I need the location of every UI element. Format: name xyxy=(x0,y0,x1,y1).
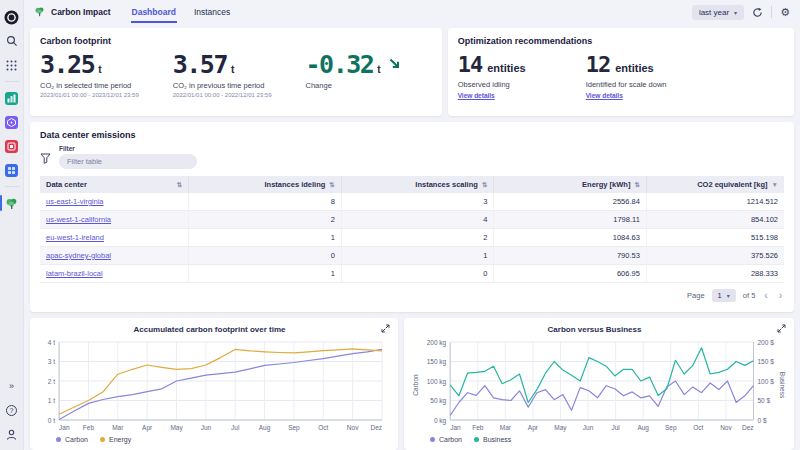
svg-text:100 kg: 100 kg xyxy=(427,378,447,386)
user-icon[interactable] xyxy=(3,425,21,443)
chart-canvas: 0 t1 t2 t3 t4 tJanFebMarAprMayJunJulAugS… xyxy=(38,337,390,432)
svg-text:Jan: Jan xyxy=(450,424,461,431)
legend-label: Energy xyxy=(109,436,131,443)
legend-item-carbon[interactable]: Carbon xyxy=(430,436,462,443)
legend-dot-icon xyxy=(56,437,61,442)
column-header-instances-ideling[interactable]: Instances ideling⇅ xyxy=(189,176,342,193)
svg-text:200 kg: 200 kg xyxy=(427,339,447,347)
datacenter-link[interactable]: apac-sydney-global xyxy=(46,251,111,260)
view-details-link[interactable]: View details xyxy=(586,92,623,99)
cell-co2: 375.526 xyxy=(646,247,784,265)
page-label: Page xyxy=(687,291,705,300)
chart-legend: CarbonBusiness xyxy=(412,432,786,446)
svg-text:150 kg: 150 kg xyxy=(427,358,447,366)
services-app-icon[interactable] xyxy=(3,161,21,179)
metric-previous-period: 3.57 t CO₂ in previous time period 2022/… xyxy=(173,52,272,98)
alerts-app-icon[interactable] xyxy=(3,137,21,155)
expand-sidebar-icon[interactable]: » xyxy=(3,377,21,395)
column-header-co2-equivalent[interactable]: CO2 equivalent [kg]▼ xyxy=(646,176,784,193)
cell-scaling: 1 xyxy=(341,247,494,265)
svg-text:Feb: Feb xyxy=(83,424,95,431)
metric-change: -0.32 t Change xyxy=(306,52,401,98)
view-details-link[interactable]: View details xyxy=(458,92,495,99)
header-divider xyxy=(771,6,772,18)
filter-label: Filter xyxy=(59,145,197,152)
opt-caption: Identified for scale down xyxy=(586,80,667,89)
product-logo-icon[interactable] xyxy=(3,8,21,26)
svg-text:Feb: Feb xyxy=(472,424,484,431)
dashboards-app-icon[interactable] xyxy=(3,89,21,107)
column-header-instances-scaling[interactable]: Instances scaling⇅ xyxy=(341,176,494,193)
column-header-energy[interactable]: Energy [kWh]⇅ xyxy=(494,176,647,193)
refresh-icon[interactable] xyxy=(752,7,763,18)
apps-grid-icon[interactable] xyxy=(3,56,21,74)
tab-dashboard[interactable]: Dashboard xyxy=(131,2,177,23)
datacenter-link[interactable]: us-west-1-california xyxy=(46,215,111,224)
card-heading: Optimization recommendations xyxy=(458,36,784,46)
tab-instances[interactable]: Instances xyxy=(193,2,231,23)
cell-scaling: 4 xyxy=(341,211,494,229)
cell-energy: 1798.11 xyxy=(494,211,647,229)
metric-unit: t xyxy=(231,64,234,75)
gear-icon[interactable]: ⚙ xyxy=(780,6,790,19)
expand-chart-icon[interactable] xyxy=(381,324,390,335)
metric-caption: Change xyxy=(306,81,401,90)
cell-idling: 0 xyxy=(189,247,342,265)
column-header-data-center[interactable]: Data center⇅ xyxy=(40,176,189,193)
pagination: Page 1 ▾ of 5 ‹ › xyxy=(40,289,784,302)
svg-text:50 $: 50 $ xyxy=(758,397,771,404)
opt-caption: Observed idling xyxy=(458,80,526,89)
svg-text:4 t: 4 t xyxy=(48,339,55,346)
svg-text:Jul: Jul xyxy=(231,424,240,431)
tab-bar: Dashboard Instances xyxy=(131,0,232,24)
datacenter-link[interactable]: us-east-1-virginia xyxy=(46,197,104,206)
svg-text:Oct: Oct xyxy=(318,424,328,431)
legend-dot-icon xyxy=(100,437,105,442)
cell-idling: 1 xyxy=(189,265,342,283)
metric-caption: CO₂ in selected time period xyxy=(40,81,139,90)
time-range-picker[interactable]: last year ▾ xyxy=(692,5,744,20)
card-heading: Carbon footprint xyxy=(40,36,432,46)
cell-idling: 2 xyxy=(189,211,342,229)
carbon-impact-icon xyxy=(34,6,45,19)
next-page-button[interactable]: › xyxy=(777,290,784,301)
chart-title: Accumulated carbon footprint over time xyxy=(38,325,381,334)
cell-energy: 2556.84 xyxy=(494,193,647,211)
svg-text:Dez: Dez xyxy=(370,424,382,431)
page-number: 1 xyxy=(718,291,722,300)
svg-text:Jun: Jun xyxy=(201,424,212,431)
help-icon[interactable]: ? xyxy=(3,401,21,419)
opt-item-idling: 14 entities Observed idling View details xyxy=(458,54,526,100)
svg-text:0 kg: 0 kg xyxy=(434,417,447,425)
cell-idling: 1 xyxy=(189,229,342,247)
emissions-table: Data center⇅ Instances ideling⇅ Instance… xyxy=(40,176,784,283)
app-title: Carbon Impact xyxy=(51,7,111,17)
chevron-down-icon: ▾ xyxy=(734,9,737,16)
svg-text:50 kg: 50 kg xyxy=(430,397,446,405)
legend-label: Carbon xyxy=(65,436,88,443)
chart-title: Carbon versus Business xyxy=(412,325,777,334)
datacenter-link[interactable]: latam-brazil-local xyxy=(46,269,103,278)
page-select[interactable]: 1 ▾ xyxy=(712,289,736,302)
cell-idling: 8 xyxy=(189,193,342,211)
legend-item-energy[interactable]: Energy xyxy=(100,436,131,443)
datacenter-link[interactable]: eu-west-1-ireland xyxy=(46,233,104,242)
data-center-emissions-card: Data center emissions Filter Data center… xyxy=(30,122,794,312)
kubernetes-app-icon[interactable] xyxy=(3,113,21,131)
left-axis-label: Carbon xyxy=(412,374,419,395)
prev-page-button[interactable]: ‹ xyxy=(762,290,769,301)
metric-time-range: 2022/01/01 00:00 - 2022/12/01 23:59 xyxy=(173,92,272,98)
search-icon[interactable] xyxy=(3,32,21,50)
carbon-impact-app-icon[interactable] xyxy=(3,194,21,212)
legend-dot-icon xyxy=(474,437,479,442)
table-row: latam-brazil-local 1 0 606.95 288.333 xyxy=(40,265,784,283)
svg-text:Jul: Jul xyxy=(611,424,620,431)
filter-table-input[interactable] xyxy=(59,154,197,169)
svg-text:100 $: 100 $ xyxy=(758,378,775,385)
svg-text:May: May xyxy=(170,424,183,432)
legend-item-carbon[interactable]: Carbon xyxy=(56,436,88,443)
card-heading: Data center emissions xyxy=(40,130,784,140)
svg-text:Nov: Nov xyxy=(720,424,732,431)
expand-chart-icon[interactable] xyxy=(777,324,786,335)
legend-item-business[interactable]: Business xyxy=(474,436,511,443)
